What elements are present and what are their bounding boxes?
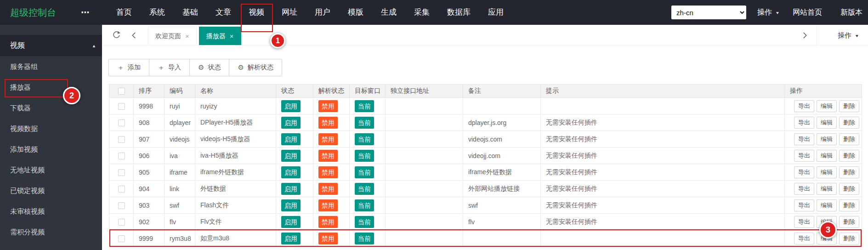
row-checkbox-cell bbox=[109, 148, 134, 164]
tab[interactable]: 播放器× bbox=[199, 27, 241, 45]
cell-actions: 导出编辑删除 bbox=[785, 98, 862, 114]
cell-parse-status-badge: 禁用 bbox=[313, 197, 350, 214]
row-checkbox[interactable] bbox=[118, 235, 125, 242]
toolbar-button[interactable]: ⚙解析状态 bbox=[229, 59, 282, 76]
action-button-删除[interactable]: 删除 bbox=[839, 150, 859, 162]
new-version-link[interactable]: 新版本 bbox=[840, 8, 862, 17]
table-row: 908dplayerDPlayer-H5播放器启用禁用当前dplayer.js.… bbox=[109, 114, 862, 131]
action-button-导出[interactable]: 导出 bbox=[794, 133, 814, 145]
action-button-导出[interactable]: 导出 bbox=[794, 183, 814, 195]
toolbar-button[interactable]: ＋添加 bbox=[108, 59, 149, 76]
tab[interactable]: 欢迎页面× bbox=[148, 27, 197, 45]
tabs-next-icon[interactable] bbox=[797, 25, 812, 45]
nav-item[interactable]: 数据库 bbox=[438, 0, 479, 25]
action-button-编辑[interactable]: 编辑 bbox=[817, 117, 837, 129]
action-button-编辑[interactable]: 编辑 bbox=[817, 100, 837, 112]
sidebar-item[interactable]: 无地址视频 bbox=[0, 159, 102, 180]
action-button-删除[interactable]: 删除 bbox=[839, 233, 859, 244]
cell-remark: iframe外链数据 bbox=[463, 164, 541, 181]
nav-item[interactable]: 基础 bbox=[174, 0, 207, 25]
cell-actions: 导出编辑删除 bbox=[785, 214, 862, 230]
cell-actions: 导出编辑删除 bbox=[785, 148, 862, 164]
cell-name: 如意m3u8 bbox=[195, 230, 276, 247]
action-button-编辑[interactable]: 编辑 bbox=[817, 233, 837, 244]
row-checkbox-cell bbox=[109, 230, 134, 247]
cell-tip: 无需安装任何插件 bbox=[541, 197, 785, 214]
nav-item[interactable]: 视频 bbox=[240, 0, 273, 25]
cell-remark: 外部网站播放链接 bbox=[463, 181, 541, 197]
action-button-删除[interactable]: 删除 bbox=[839, 133, 859, 145]
site-home-link[interactable]: 网站首页 bbox=[793, 8, 822, 17]
action-button-编辑[interactable]: 编辑 bbox=[817, 133, 837, 145]
more-menu-icon[interactable]: ⋯ bbox=[79, 7, 91, 17]
column-header: 排序 bbox=[134, 85, 165, 98]
nav-item[interactable]: 系统 bbox=[141, 0, 174, 25]
action-button-编辑[interactable]: 编辑 bbox=[817, 150, 837, 162]
close-icon[interactable]: × bbox=[230, 32, 234, 40]
nav-item[interactable]: 用户 bbox=[306, 0, 339, 25]
action-button-导出[interactable]: 导出 bbox=[794, 150, 814, 162]
row-checkbox[interactable] bbox=[118, 169, 125, 176]
sidebar-item[interactable]: 下载器 bbox=[0, 97, 102, 118]
sidebar-item[interactable]: 视频数据 bbox=[0, 118, 102, 139]
language-select[interactable]: zh-cn bbox=[671, 6, 746, 19]
close-icon[interactable]: × bbox=[185, 32, 189, 40]
row-checkbox[interactable] bbox=[118, 136, 125, 143]
action-button-导出[interactable]: 导出 bbox=[794, 233, 814, 244]
cell-status-badge: 启用 bbox=[276, 164, 313, 181]
action-button-编辑[interactable]: 编辑 bbox=[817, 183, 837, 195]
tabs-prev-icon[interactable] bbox=[128, 25, 141, 45]
action-button-删除[interactable]: 删除 bbox=[839, 100, 859, 112]
sidebar-item[interactable]: 未审核视频 bbox=[0, 201, 102, 222]
navbar-action-dropdown[interactable]: 操作▼ bbox=[757, 8, 780, 17]
nav-item[interactable]: 采集 bbox=[405, 0, 438, 25]
sidebar-item[interactable]: 服务器组 bbox=[0, 56, 102, 77]
toolbar-button[interactable]: ＋导入 bbox=[149, 59, 190, 76]
row-checkbox[interactable] bbox=[118, 202, 125, 209]
sidebar-item[interactable]: 添加视频 bbox=[0, 139, 102, 159]
action-button-导出[interactable]: 导出 bbox=[794, 216, 814, 228]
cell-status-badge: 启用 bbox=[276, 148, 313, 164]
action-button-导出[interactable]: 导出 bbox=[794, 117, 814, 129]
action-button-编辑[interactable]: 编辑 bbox=[817, 216, 837, 228]
row-checkbox[interactable] bbox=[118, 186, 125, 193]
nav-item[interactable]: 生成 bbox=[372, 0, 405, 25]
action-button-删除[interactable]: 删除 bbox=[839, 199, 859, 211]
action-button-导出[interactable]: 导出 bbox=[794, 199, 814, 211]
sidebar: 视频 ▲ 服务器组播放器下载器视频数据添加视频无地址视频已锁定视频未审核视频需积… bbox=[0, 25, 102, 250]
action-button-导出[interactable]: 导出 bbox=[794, 166, 814, 178]
nav-item[interactable]: 网址 bbox=[273, 0, 306, 25]
action-button-删除[interactable]: 删除 bbox=[839, 216, 859, 228]
row-checkbox[interactable] bbox=[118, 153, 125, 159]
cell-name: Flv文件 bbox=[195, 214, 276, 230]
row-checkbox[interactable] bbox=[118, 219, 125, 226]
refresh-icon[interactable] bbox=[108, 25, 124, 45]
row-checkbox-cell bbox=[109, 197, 134, 214]
nav-item[interactable]: 文章 bbox=[207, 0, 240, 25]
sidebar-item[interactable]: 已锁定视频 bbox=[0, 180, 102, 201]
sidebar-item[interactable]: 需积分视频 bbox=[0, 222, 102, 242]
action-button-导出[interactable]: 导出 bbox=[794, 100, 814, 112]
nav-item[interactable]: 模版 bbox=[339, 0, 372, 25]
sidebar-group-video[interactable]: 视频 ▲ bbox=[0, 35, 102, 56]
action-button-编辑[interactable]: 编辑 bbox=[817, 166, 837, 178]
cell-actions: 导出编辑删除 bbox=[785, 114, 862, 131]
cell-tip: 无需安装任何插件 bbox=[541, 114, 785, 131]
sidebar-item[interactable]: 播放器 bbox=[0, 77, 102, 97]
toolbar-button[interactable]: ⚙状态 bbox=[189, 59, 229, 76]
cell-remark: swf bbox=[463, 197, 541, 214]
cell-status-badge: 启用 bbox=[276, 114, 313, 131]
action-button-删除[interactable]: 删除 bbox=[839, 183, 859, 195]
cell-code: iva bbox=[165, 148, 195, 164]
tab-action-dropdown[interactable]: 操作▼ bbox=[838, 25, 859, 46]
cell-remark: flv bbox=[463, 214, 541, 230]
row-checkbox[interactable] bbox=[118, 119, 125, 126]
caret-down-icon: ▼ bbox=[855, 27, 859, 45]
nav-item[interactable]: 首页 bbox=[108, 0, 141, 25]
action-button-删除[interactable]: 删除 bbox=[839, 166, 859, 178]
action-button-删除[interactable]: 删除 bbox=[839, 117, 859, 129]
row-checkbox[interactable] bbox=[118, 103, 125, 110]
nav-item[interactable]: 应用 bbox=[479, 0, 512, 25]
action-button-编辑[interactable]: 编辑 bbox=[817, 199, 837, 211]
select-all-checkbox[interactable] bbox=[118, 88, 125, 95]
